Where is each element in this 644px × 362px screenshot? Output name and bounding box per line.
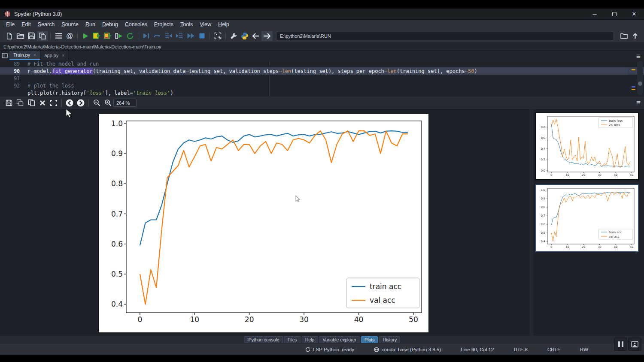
line-number: 90 (0, 68, 27, 74)
find-symbols-button[interactable]: @ (64, 31, 75, 41)
zoom-level-input[interactable] (113, 99, 137, 107)
svg-text:0.6: 0.6 (541, 223, 545, 226)
run-cell-button[interactable] (91, 31, 102, 41)
line-number: 89 (0, 61, 27, 67)
fit-to-window-button[interactable] (48, 98, 59, 108)
code-editor[interactable]: 89 # Fit the model and run 90 r=model.fi… (0, 60, 644, 97)
python-logo-icon (241, 32, 249, 40)
zoom-in-button[interactable] (102, 98, 113, 108)
fast-forward-icon (187, 33, 195, 39)
maximize-pane-button[interactable] (212, 31, 223, 41)
zoom-out-button[interactable] (91, 98, 102, 108)
stop-debug-button[interactable] (196, 31, 207, 41)
menu-bar: File Edit Search Source Run Debug Consol… (0, 20, 644, 29)
run-icon (82, 33, 89, 39)
toolbar-separator (138, 32, 138, 40)
working-directory-input[interactable] (276, 32, 614, 40)
menu-view[interactable]: View (196, 21, 215, 28)
save-button[interactable] (26, 31, 37, 41)
menu-file[interactable]: File (3, 21, 18, 28)
top-black-strip (0, 0, 644, 9)
breadcrumb-path: E:\python2\Malaria\Maleria-Detection-mai… (3, 44, 161, 49)
editor-scrollbar[interactable] (637, 61, 643, 95)
menu-debug[interactable]: Debug (99, 21, 122, 28)
thumbnail-loss-plot[interactable]: 010203040500.00.20.40.60.8train lossval … (535, 112, 639, 180)
menu-consoles[interactable]: Consoles (122, 21, 151, 28)
preferences-button[interactable] (228, 31, 239, 41)
save-all-plots-button[interactable] (15, 98, 26, 108)
main-toolbar: @ (0, 29, 644, 43)
tab-close-icon[interactable]: × (62, 53, 64, 58)
save-all-plots-icon (16, 99, 24, 106)
rerun-cell-button[interactable] (125, 31, 136, 41)
save-all-button[interactable] (37, 31, 48, 41)
menu-run[interactable]: Run (82, 21, 99, 28)
run-file-button[interactable] (80, 31, 91, 41)
tab-close-icon[interactable]: × (33, 53, 36, 57)
tab-files[interactable]: Files (284, 336, 301, 343)
pane-splitter[interactable] (529, 109, 534, 336)
pause-plotting-button[interactable] (614, 338, 627, 351)
menu-help[interactable]: Help (215, 21, 233, 28)
remove-plot-button[interactable] (37, 98, 48, 108)
menu-projects[interactable]: Projects (151, 21, 177, 28)
debug-file-button[interactable] (140, 31, 152, 41)
code-text: # plot the loss (27, 83, 74, 89)
code-text: r=model.fit_generator(training_set, vali… (27, 68, 477, 74)
svg-text:20: 20 (582, 173, 585, 177)
run-selection-button[interactable] (113, 31, 125, 41)
next-plot-button[interactable] (75, 98, 86, 108)
debug-step-over-button[interactable] (152, 31, 163, 41)
plots-corner-buttons (614, 338, 641, 351)
previous-plot-button[interactable] (64, 98, 75, 108)
browse-tabs-button[interactable] (0, 51, 9, 60)
new-file-button[interactable] (3, 31, 15, 41)
code-line-91: 91 (0, 75, 644, 82)
tab-variable-explorer[interactable]: Variable explorer (319, 336, 360, 343)
back-button[interactable] (250, 31, 261, 41)
open-file-button[interactable] (15, 31, 26, 41)
svg-text:0.9: 0.9 (111, 149, 123, 158)
editor-options-icon[interactable]: ≡ (636, 53, 641, 60)
menu-tools[interactable]: Tools (177, 21, 196, 28)
menu-edit[interactable]: Edit (18, 21, 34, 28)
scrollbar-thumb[interactable] (638, 81, 642, 86)
tab-ipython-console[interactable]: IPython console (244, 336, 283, 343)
tab-history[interactable]: History (379, 336, 400, 343)
browse-directory-button[interactable] (618, 31, 629, 41)
svg-text:0.7: 0.7 (111, 210, 123, 218)
conda-status: conda: base (Python 3.8.5) (374, 347, 441, 352)
forward-button[interactable] (261, 31, 273, 41)
run-cell-advance-button[interactable] (102, 31, 113, 41)
outline-button[interactable] (53, 31, 64, 41)
plots-options-icon[interactable]: ≡ (636, 99, 641, 107)
tab-help[interactable]: Help (302, 336, 318, 343)
debug-step-into-button[interactable] (163, 31, 174, 41)
run-cell-icon (93, 32, 101, 39)
main-plot-figure[interactable]: 010203040500.40.50.60.70.80.91.0train ac… (99, 114, 428, 332)
close-button[interactable]: ✕ (624, 9, 644, 19)
parent-directory-button[interactable] (629, 31, 641, 41)
tab-train-py[interactable]: Train.py × (9, 51, 40, 60)
previous-plot-icon (65, 99, 74, 107)
spyder-logo-icon (4, 11, 11, 17)
tab-app-py[interactable]: app.py × (40, 51, 69, 60)
svg-text:0.5: 0.5 (541, 231, 545, 235)
thumbnail-accuracy-plot[interactable]: 010203040500.40.50.60.70.80.91.0train ac… (535, 184, 639, 252)
debug-continue-button[interactable] (185, 31, 196, 41)
debug-step-return-button[interactable] (174, 31, 185, 41)
maximize-button[interactable] (605, 9, 624, 19)
accuracy-thumbnail-chart: 010203040500.40.50.60.70.80.91.0train ac… (536, 185, 638, 251)
minimize-button[interactable]: ─ (585, 9, 605, 19)
menu-source[interactable]: Source (58, 21, 82, 28)
copy-plot-button[interactable] (26, 98, 37, 108)
svg-text:20: 20 (245, 315, 254, 324)
up-arrow-icon (632, 33, 638, 39)
tab-plots[interactable]: Plots (361, 336, 378, 343)
mute-inline-plotting-button[interactable] (628, 338, 641, 351)
python-env-button[interactable] (239, 31, 250, 41)
menu-search[interactable]: Search (34, 21, 58, 28)
save-plot-button[interactable] (3, 98, 15, 108)
code-line-90: 90 r=model.fit_generator(training_set, v… (0, 67, 644, 75)
at-icon: @ (66, 33, 73, 39)
